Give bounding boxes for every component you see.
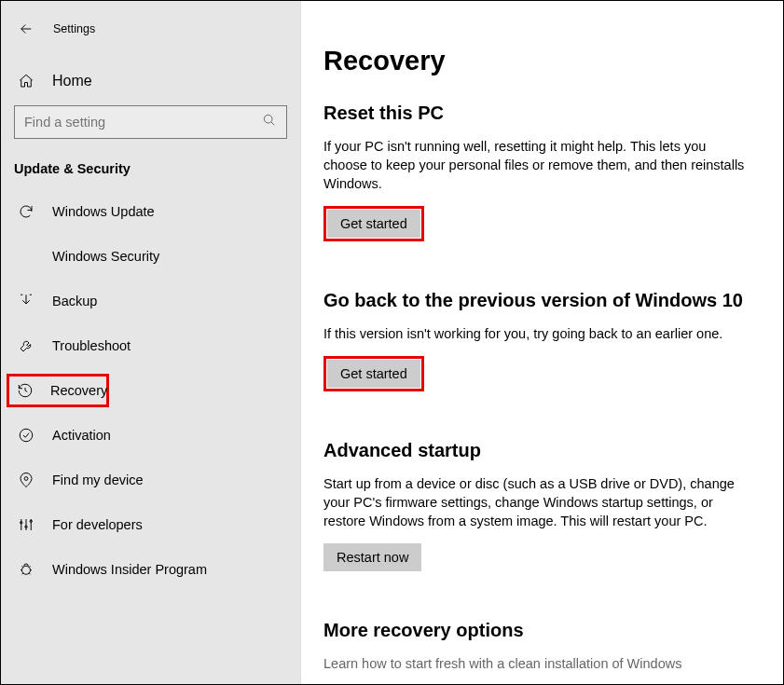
check-circle-icon [17, 426, 35, 445]
home-link[interactable]: Home [1, 62, 300, 100]
sidebar-item-activation[interactable]: Activation [1, 413, 300, 458]
svg-point-2 [24, 477, 28, 481]
section-heading: Advanced startup [323, 440, 761, 461]
search-field[interactable] [24, 115, 262, 130]
home-label: Home [52, 73, 92, 89]
svg-point-0 [264, 115, 272, 123]
sidebar: Settings Home Update & Security Windows … [1, 1, 301, 684]
search-input[interactable] [14, 105, 287, 139]
sidebar-item-for-developers[interactable]: For developers [1, 502, 300, 547]
sidebar-item-find-my-device[interactable]: Find my device [1, 458, 300, 502]
goback-get-started-button[interactable]: Get started [327, 360, 420, 388]
history-icon [17, 381, 34, 400]
sidebar-item-troubleshoot[interactable]: Troubleshoot [1, 323, 300, 368]
bug-icon [17, 560, 35, 579]
section-heading: Go back to the previous version of Windo… [323, 290, 761, 311]
category-title: Update & Security [1, 152, 300, 189]
sidebar-item-label: Recovery [50, 383, 107, 398]
sync-icon [17, 202, 35, 221]
location-icon [17, 471, 35, 489]
home-icon [17, 72, 35, 90]
sidebar-item-label: Backup [52, 294, 97, 308]
sidebar-item-recovery[interactable]: Recovery [7, 374, 109, 407]
sidebar-item-label: Windows Insider Program [52, 562, 207, 577]
highlight-border: Get started [323, 206, 424, 241]
wrench-icon [17, 336, 35, 355]
shield-icon [17, 247, 35, 266]
sidebar-item-label: Windows Security [52, 249, 159, 264]
back-arrow-icon[interactable] [16, 19, 36, 39]
section-heading: More recovery options [323, 620, 761, 641]
sidebar-item-label: Activation [52, 428, 111, 443]
window-title: Settings [53, 22, 95, 35]
section-body: Learn how to start fresh with a clean in… [323, 654, 752, 673]
sidebar-item-backup[interactable]: Backup [1, 279, 300, 323]
backup-icon [17, 292, 35, 310]
search-icon [262, 113, 277, 131]
page-title: Recovery [323, 46, 761, 76]
section-body: If this version isn't working for you, t… [323, 324, 752, 343]
section-heading: Reset this PC [323, 103, 761, 124]
section-advanced-startup: Advanced startup Start up from a device … [323, 440, 761, 571]
section-go-back: Go back to the previous version of Windo… [323, 290, 761, 391]
sidebar-item-label: Windows Update [52, 204, 155, 219]
highlight-border: Get started [323, 356, 424, 391]
section-more-recovery: More recovery options Learn how to start… [323, 620, 761, 673]
section-body: Start up from a device or disc (such as … [323, 474, 752, 530]
sidebar-item-label: For developers [52, 517, 143, 532]
sidebar-item-label: Troubleshoot [52, 338, 131, 353]
section-reset-pc: Reset this PC If your PC isn't running w… [323, 103, 761, 241]
sidebar-item-windows-insider[interactable]: Windows Insider Program [1, 547, 300, 592]
window-header: Settings [1, 12, 300, 46]
sidebar-item-windows-security[interactable]: Windows Security [1, 234, 300, 279]
section-body: If your PC isn't running well, resetting… [323, 137, 752, 193]
main-content: Recovery Reset this PC If your PC isn't … [301, 1, 783, 684]
svg-point-1 [20, 429, 33, 442]
sidebar-item-label: Find my device [52, 473, 144, 487]
sidebar-item-windows-update[interactable]: Windows Update [1, 189, 300, 234]
restart-now-button[interactable]: Restart now [323, 543, 421, 571]
sliders-icon [17, 515, 35, 534]
reset-get-started-button[interactable]: Get started [327, 210, 420, 238]
